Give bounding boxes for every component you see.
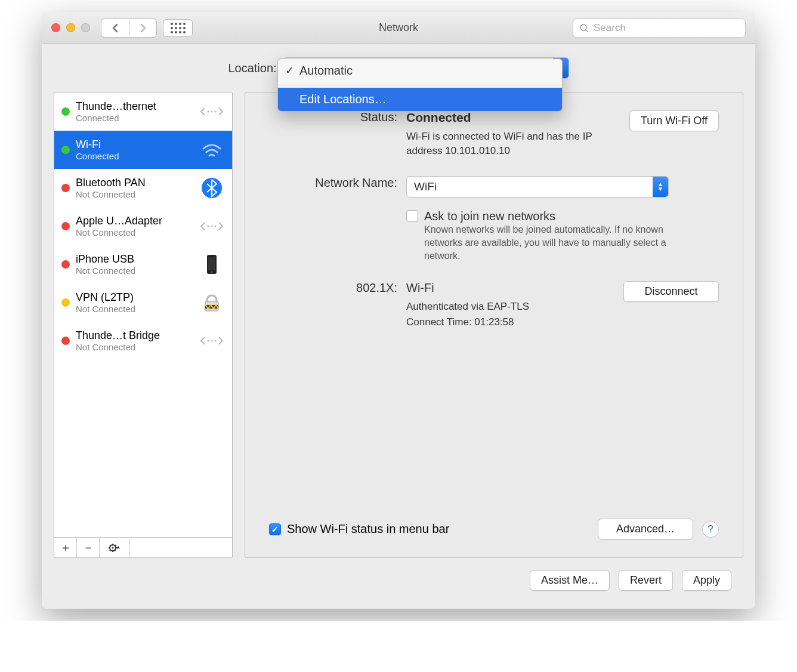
service-name: Wi-Fi xyxy=(76,138,193,151)
iphone-icon xyxy=(199,251,225,278)
show-all-button[interactable] xyxy=(163,19,193,37)
close-window-button[interactable] xyxy=(51,23,60,32)
svg-point-14 xyxy=(208,340,209,342)
sidebar-toolbar: ＋ － xyxy=(54,537,232,557)
status-dot-red-icon xyxy=(61,184,70,192)
service-status: Not Connected xyxy=(76,304,193,314)
help-button[interactable]: ? xyxy=(702,521,719,538)
back-button[interactable] xyxy=(101,19,129,37)
body: Location: Automatic ▲▼ Thunde…thernet Co… xyxy=(42,44,755,609)
service-name: Apple U…Adapter xyxy=(76,215,193,227)
ask-join-row: Ask to join new networks xyxy=(406,209,719,223)
service-item-vpn[interactable]: VPN (L2TP) Not Connected xyxy=(54,283,232,322)
status-dot-green-icon xyxy=(61,146,70,154)
service-item-iphone-usb[interactable]: iPhone USB Not Connected xyxy=(54,245,232,283)
assist-me-button[interactable]: Assist Me… xyxy=(530,570,610,591)
bottom-row: ✓ Show Wi-Fi status in menu bar Advanced… xyxy=(245,519,719,540)
search-icon xyxy=(579,23,589,33)
service-status: Not Connected xyxy=(76,266,193,276)
network-name-select[interactable]: WiFi ▲▼ xyxy=(406,176,669,198)
dot1x-row: 802.1X: Wi-Fi Authenticated via EAP-TLS … xyxy=(245,281,719,329)
dropdown-arrows-icon: ▲▼ xyxy=(653,177,668,197)
network-name-value: WiFi xyxy=(407,180,444,193)
show-menu-row: ✓ Show Wi-Fi status in menu bar xyxy=(269,522,449,536)
fullscreen-window-button[interactable] xyxy=(81,23,90,32)
toggle-wifi-button[interactable]: Turn Wi-Fi Off xyxy=(629,110,719,131)
show-menu-checkbox[interactable]: ✓ xyxy=(269,523,281,535)
gear-icon xyxy=(108,543,121,553)
search-field[interactable] xyxy=(573,19,746,38)
service-item-bluetooth-pan[interactable]: Bluetooth PAN Not Connected xyxy=(54,169,232,207)
dot1x-label: 802.1X: xyxy=(245,281,397,295)
service-status: Connected xyxy=(76,151,193,161)
dot1x-connect-time: Connect Time: 01:23:58 xyxy=(406,315,614,329)
grid-icon xyxy=(171,23,186,33)
svg-point-6 xyxy=(208,226,209,227)
dot1x-value: Wi-Fi xyxy=(406,281,614,295)
status-label: Status: xyxy=(245,110,397,124)
network-name-label: Network Name: xyxy=(245,176,397,190)
svg-point-16 xyxy=(215,340,217,342)
dropdown-separator xyxy=(278,85,562,85)
service-name: VPN (L2TP) xyxy=(76,291,193,304)
ask-join-label: Ask to join new networks xyxy=(424,209,555,223)
chevron-left-icon xyxy=(111,23,119,33)
svg-line-1 xyxy=(586,30,588,32)
advanced-button[interactable]: Advanced… xyxy=(598,519,693,540)
main-row: Thunde…thernet Connected Wi-Fi Connected xyxy=(54,92,743,558)
ethernet-icon xyxy=(199,98,225,125)
revert-button[interactable]: Revert xyxy=(619,570,673,591)
lock-icon xyxy=(199,289,225,316)
ethernet-icon xyxy=(199,213,225,239)
titlebar: Network xyxy=(42,12,755,44)
apply-button[interactable]: Apply xyxy=(682,570,731,591)
search-input[interactable] xyxy=(594,22,739,34)
forward-button[interactable] xyxy=(129,19,156,37)
ask-join-checkbox[interactable] xyxy=(406,210,418,222)
service-name: Thunde…thernet xyxy=(76,100,193,113)
status-dot-yellow-icon xyxy=(61,298,70,307)
service-status: Not Connected xyxy=(76,342,193,352)
service-item-apple-usb-adapter[interactable]: Apple U…Adapter Not Connected xyxy=(54,207,232,245)
bluetooth-icon xyxy=(199,175,225,201)
network-name-row: Network Name: WiFi ▲▼ Ask to join new ne… xyxy=(245,176,719,263)
wifi-icon xyxy=(199,137,225,163)
svg-point-8 xyxy=(215,226,217,227)
service-item-thunderbolt-ethernet[interactable]: Thunde…thernet Connected xyxy=(54,93,232,131)
details-panel: Status: Connected Wi-Fi is connected to … xyxy=(245,92,743,558)
service-item-thunderbolt-bridge[interactable]: Thunde…t Bridge Not Connected xyxy=(54,322,232,360)
status-dot-red-icon xyxy=(61,337,70,345)
service-actions-button[interactable] xyxy=(100,538,129,557)
service-name: iPhone USB xyxy=(76,253,193,266)
location-edit-locations[interactable]: Edit Locations… xyxy=(278,88,562,111)
svg-point-11 xyxy=(211,272,212,273)
service-status: Connected xyxy=(76,113,193,123)
service-status: Not Connected xyxy=(76,227,193,238)
svg-point-18 xyxy=(112,547,113,548)
svg-point-15 xyxy=(211,340,213,342)
status-dot-red-icon xyxy=(61,222,70,230)
service-item-wifi[interactable]: Wi-Fi Connected xyxy=(54,131,232,169)
services-sidebar: Thunde…thernet Connected Wi-Fi Connected xyxy=(54,92,233,558)
svg-rect-10 xyxy=(208,257,215,270)
location-dropdown-menu: Automatic Edit Locations… xyxy=(277,58,563,112)
svg-point-3 xyxy=(211,111,213,113)
svg-point-7 xyxy=(211,226,213,227)
status-dot-green-icon xyxy=(61,107,70,116)
minimize-window-button[interactable] xyxy=(66,23,75,32)
show-menu-label: Show Wi-Fi status in menu bar xyxy=(287,522,449,536)
footer: Assist Me… Revert Apply xyxy=(54,558,743,597)
remove-service-button[interactable]: － xyxy=(77,538,100,557)
disconnect-button[interactable]: Disconnect xyxy=(623,281,719,302)
nav-buttons xyxy=(101,19,157,38)
add-service-button[interactable]: ＋ xyxy=(54,538,77,557)
chevron-right-icon xyxy=(139,23,147,33)
service-status: Not Connected xyxy=(76,189,193,199)
traffic-lights xyxy=(51,23,90,32)
services-list: Thunde…thernet Connected Wi-Fi Connected xyxy=(54,93,232,537)
service-name: Thunde…t Bridge xyxy=(76,329,193,342)
dot1x-auth: Authenticated via EAP-TLS xyxy=(406,300,614,314)
svg-point-4 xyxy=(215,111,217,113)
ethernet-icon xyxy=(199,328,225,354)
location-option-automatic[interactable]: Automatic xyxy=(278,59,562,82)
